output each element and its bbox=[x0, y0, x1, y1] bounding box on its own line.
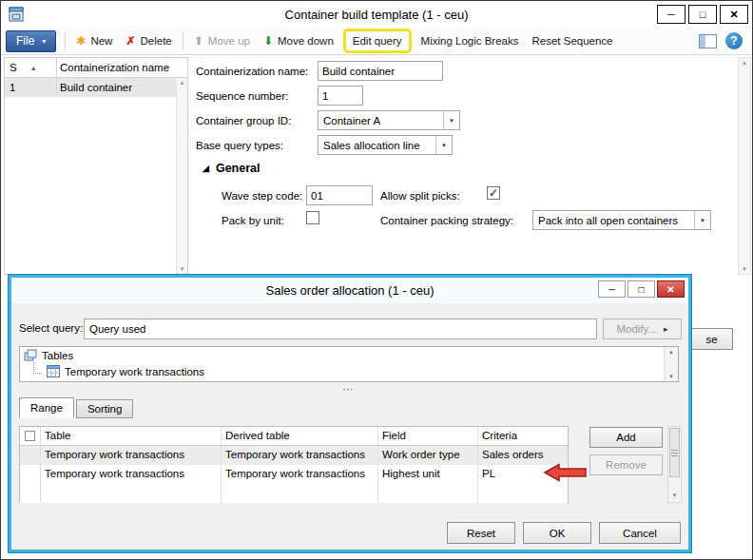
range-grid: Table Derived table Field Criteria Tempo… bbox=[19, 426, 569, 503]
select-query-field[interactable] bbox=[84, 319, 597, 339]
new-button[interactable]: ✱ New bbox=[69, 30, 119, 52]
grid-scrollbar[interactable]: ▲ ▼ bbox=[176, 78, 187, 274]
close-icon[interactable]: ✕ bbox=[720, 5, 748, 24]
edit-query-highlight: Edit query bbox=[343, 29, 412, 53]
toolbar-right: ? bbox=[699, 32, 747, 49]
allow-split-picks-label: Allow split picks: bbox=[380, 190, 460, 202]
toolbar-separator bbox=[183, 31, 183, 50]
tree-node-tables[interactable]: Tables bbox=[20, 347, 678, 363]
grid-header-name[interactable]: Containerization name bbox=[57, 58, 187, 77]
tree-node-table-item-label: Temporary work transactions bbox=[65, 366, 204, 377]
range-row-2[interactable]: Temporary work transactions Temporary wo… bbox=[20, 465, 568, 484]
file-menu-button[interactable]: File ▾ bbox=[6, 30, 56, 52]
maximize-icon[interactable]: □ bbox=[628, 280, 655, 298]
sales-order-allocation-dialog: Sales order allocation (1 - ceu) ─ □ ✕ S… bbox=[9, 275, 691, 552]
file-menu-label: File bbox=[16, 34, 34, 48]
cell-field: Highest unit bbox=[378, 465, 478, 484]
close-icon[interactable]: ✕ bbox=[657, 280, 685, 298]
delete-button[interactable]: ✗ Delete bbox=[119, 30, 178, 52]
move-up-button[interactable]: ⬆ Move up bbox=[187, 30, 257, 52]
grip-icon bbox=[671, 450, 678, 451]
base-query-dropdown[interactable]: Sales allocation line ▾ bbox=[318, 135, 453, 155]
query-tables-tree: Tables Temporary work transactions ▲ ▼ bbox=[19, 346, 679, 382]
cancel-button[interactable]: Cancel bbox=[599, 522, 681, 544]
close-button-partially-hidden[interactable]: se bbox=[690, 328, 733, 350]
scroll-down-icon[interactable]: ▼ bbox=[669, 489, 680, 501]
container-group-dropdown[interactable]: Container A ▾ bbox=[318, 110, 460, 130]
wave-step-field[interactable] bbox=[306, 185, 373, 205]
range-row-empty[interactable] bbox=[20, 484, 568, 503]
scroll-down-icon[interactable]: ▼ bbox=[742, 266, 747, 272]
grip-icon bbox=[671, 453, 678, 454]
modify-button[interactable]: Modify... ▸ bbox=[603, 319, 682, 339]
ok-button[interactable]: OK bbox=[523, 522, 591, 544]
edit-query-button[interactable]: Edit query bbox=[346, 31, 409, 50]
add-button[interactable]: Add bbox=[589, 427, 663, 448]
minimize-icon[interactable]: ─ bbox=[598, 280, 626, 298]
col-table[interactable]: Table bbox=[41, 427, 222, 445]
modify-label: Modify... bbox=[616, 323, 657, 335]
containerization-name-field[interactable] bbox=[318, 61, 443, 81]
window-layout-icon[interactable] bbox=[699, 34, 717, 48]
reset-button[interactable]: Reset bbox=[447, 522, 515, 544]
checkbox-icon bbox=[25, 431, 35, 441]
scroll-up-icon[interactable]: ▲ bbox=[180, 80, 185, 86]
grid-row-selected[interactable]: 1 Build container bbox=[5, 78, 187, 97]
move-down-label: Move down bbox=[278, 35, 334, 47]
splitter-handle[interactable]: ⋯ bbox=[19, 384, 679, 395]
col-derived-table[interactable]: Derived table bbox=[222, 427, 378, 445]
app-icon bbox=[9, 7, 24, 22]
cell-field bbox=[378, 484, 478, 503]
mixing-logic-breaks-button[interactable]: Mixing Logic Breaks bbox=[415, 30, 526, 52]
grid-header-sequence[interactable]: S ▲ bbox=[5, 58, 57, 77]
allow-split-picks-checkbox[interactable]: ✓ bbox=[487, 186, 500, 200]
arrow-down-icon: ⬇ bbox=[263, 35, 273, 47]
scroll-down-icon[interactable]: ▼ bbox=[180, 266, 185, 272]
move-down-button[interactable]: ⬇ Move down bbox=[257, 30, 340, 52]
new-star-icon: ✱ bbox=[76, 35, 86, 47]
minimize-icon[interactable]: ─ bbox=[657, 5, 685, 24]
packing-strategy-label: Container packing strategy: bbox=[380, 215, 513, 226]
remove-button[interactable]: Remove bbox=[589, 454, 663, 475]
select-all-checkbox[interactable] bbox=[20, 427, 41, 445]
scrollbar-thumb[interactable] bbox=[669, 428, 680, 477]
reset-sequence-button[interactable]: Reset Sequence bbox=[525, 30, 619, 52]
tree-node-table-item[interactable]: Temporary work transactions bbox=[20, 363, 678, 379]
grid-cell-name: Build container bbox=[57, 78, 187, 97]
dialog-titlebar: Sales order allocation (1 - ceu) ─ □ ✕ bbox=[11, 278, 688, 303]
col-field[interactable]: Field bbox=[378, 427, 478, 445]
pack-by-unit-checkbox[interactable] bbox=[306, 211, 319, 224]
help-icon[interactable]: ? bbox=[725, 32, 743, 49]
tab-sorting[interactable]: Sorting bbox=[76, 399, 133, 418]
cell-table: Temporary work transactions bbox=[41, 446, 222, 465]
arrow-up-icon: ⬆ bbox=[194, 35, 203, 47]
scroll-up-icon[interactable]: ▲ bbox=[742, 60, 747, 66]
containerization-name-label: Containerization name: bbox=[196, 66, 308, 77]
col-criteria[interactable]: Criteria bbox=[478, 427, 568, 445]
delete-label: Delete bbox=[141, 35, 172, 47]
packing-strategy-dropdown[interactable]: Pack into all open containers ▾ bbox=[532, 210, 711, 230]
range-row-1[interactable]: Temporary work transactions Temporary wo… bbox=[20, 446, 568, 465]
grip-icon bbox=[671, 455, 678, 456]
chevron-down-icon: ▾ bbox=[42, 37, 46, 46]
chevron-down-icon[interactable]: ▾ bbox=[435, 136, 452, 154]
chevron-down-icon[interactable]: ▾ bbox=[694, 211, 710, 229]
scroll-down-icon[interactable]: ▼ bbox=[668, 374, 674, 379]
scroll-up-icon[interactable]: ▲ bbox=[668, 349, 674, 355]
screen: Container build template (1 - ceu) ─ □ ✕… bbox=[0, 0, 753, 560]
main-window-titlebar: Container build template (1 - ceu) ─ □ ✕ bbox=[1, 1, 752, 28]
tree-scrollbar[interactable]: ▲ ▼ bbox=[664, 347, 678, 381]
range-grid-scrollbar[interactable]: ▼ bbox=[667, 426, 682, 503]
table-icon bbox=[47, 365, 60, 377]
containerization-grid: S ▲ Containerization name 1 Build contai… bbox=[4, 57, 188, 275]
form-scrollbar[interactable]: ▲ ▼ bbox=[738, 57, 751, 275]
base-query-label: Base query types: bbox=[196, 140, 283, 151]
chevron-down-icon[interactable]: ▾ bbox=[443, 111, 459, 129]
maximize-icon[interactable]: □ bbox=[688, 5, 717, 24]
grid-cell-seq: 1 bbox=[5, 78, 57, 97]
row-checkbox-cell bbox=[20, 484, 41, 503]
pack-by-unit-label: Pack by unit: bbox=[222, 215, 284, 226]
general-section-header[interactable]: ◢ General bbox=[203, 162, 260, 175]
tab-range[interactable]: Range bbox=[19, 397, 74, 418]
sequence-number-field[interactable] bbox=[318, 86, 363, 106]
